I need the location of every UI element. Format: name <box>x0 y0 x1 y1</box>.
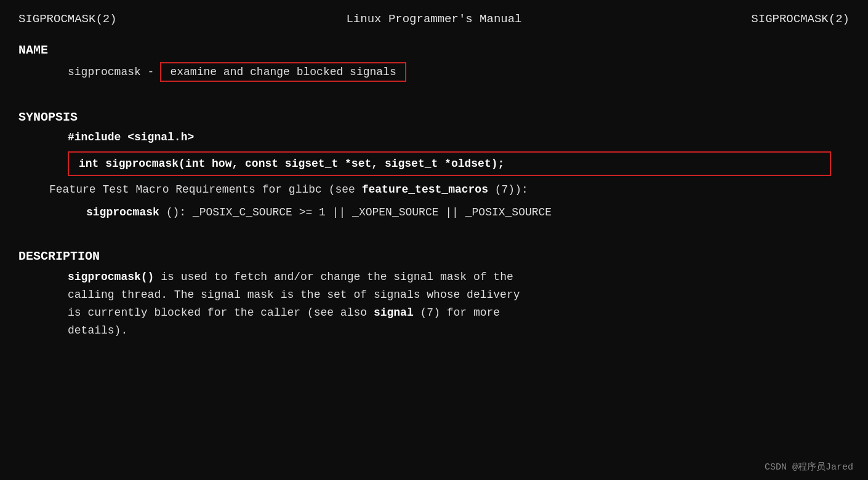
name-line: sigprocmask - examine and change blocked… <box>18 62 850 82</box>
macro-sigprocmask-rest: (): _POSIX_C_SOURCE >= 1 || _XOPEN_SOURC… <box>166 206 552 218</box>
desc-line4: details). <box>68 322 850 340</box>
watermark: CSDN @程序员Jared <box>765 461 853 473</box>
macro-intro-bold: feature_test_macros <box>362 183 488 196</box>
name-prefix: sigprocmask - <box>68 66 154 78</box>
header-left: SIGPROCMASK(2) <box>18 12 117 26</box>
description-section-label: DESCRIPTION <box>18 249 850 263</box>
macro-sigprocmask-line: sigprocmask (): _POSIX_C_SOURCE >= 1 || … <box>86 204 850 222</box>
spacer1 <box>18 87 850 99</box>
function-signature: int sigprocmask(int how, const sigset_t … <box>79 158 504 170</box>
manual-page: SIGPROCMASK(2) Linux Programmer's Manual… <box>0 0 868 480</box>
spacer2 <box>18 226 850 238</box>
name-highlight-box: examine and change blocked signals <box>160 62 406 82</box>
desc-line3: is currently blocked for the caller (see… <box>68 304 850 322</box>
desc-line3-bold: signal <box>374 306 414 319</box>
name-description: examine and change blocked signals <box>170 66 396 78</box>
include-line: #include <signal.h> <box>68 129 850 146</box>
header-right: SIGPROCMASK(2) <box>751 12 850 26</box>
header-center: Linux Programmer's Manual <box>346 12 521 26</box>
synopsis-section-label: SYNOPSIS <box>18 110 850 124</box>
desc-line3-pre: is currently blocked for the caller (see… <box>68 306 367 319</box>
synopsis-section: #include <signal.h> int sigprocmask(int … <box>18 129 850 221</box>
function-highlight-box: int sigprocmask(int how, const sigset_t … <box>68 151 831 176</box>
macro-intro-text: Feature Test Macro Requirements for glib… <box>49 183 355 196</box>
macro-intro-suffix: (7)): <box>495 183 528 196</box>
desc-line1-rest: is used to fetch and/or change the signa… <box>161 271 513 283</box>
macro-sigprocmask-bold: sigprocmask <box>86 206 159 218</box>
manual-header: SIGPROCMASK(2) Linux Programmer's Manual… <box>18 12 850 26</box>
desc-line1: sigprocmask() is used to fetch and/or ch… <box>68 268 850 286</box>
desc-line2: calling thread. The signal mask is the s… <box>68 286 850 304</box>
name-section-label: NAME <box>18 43 850 57</box>
desc-line1-bold: sigprocmask() <box>68 271 154 283</box>
description-section: sigprocmask() is used to fetch and/or ch… <box>18 268 850 339</box>
macro-intro-line: Feature Test Macro Requirements for glib… <box>49 181 850 199</box>
desc-line3-mid: (7) for more <box>420 306 500 319</box>
